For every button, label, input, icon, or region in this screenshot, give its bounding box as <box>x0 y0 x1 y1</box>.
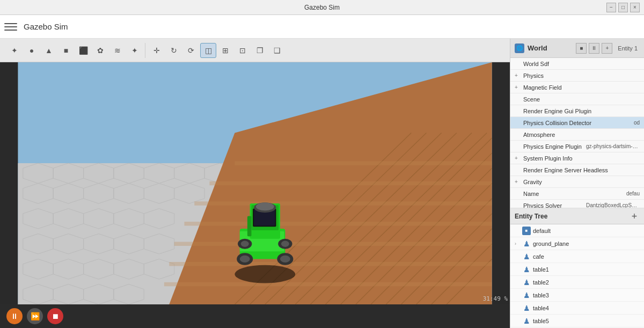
prop-system-plugin-info[interactable]: + System Plugin Info <box>510 152 644 164</box>
toolbar: ✦ ● ▲ ■ ⬛ ✿ ≋ ✦ ✛ ↻ ⟳ ◫ ⊞ ⊡ ❐ ❑ <box>0 39 510 62</box>
tool-lines[interactable]: ≋ <box>109 43 126 58</box>
prop-atmosphere[interactable]: Atmosphere <box>510 129 644 141</box>
tool-camera[interactable]: ⊡ <box>235 43 251 58</box>
main-layout: ✦ ● ▲ ■ ⬛ ✿ ≋ ✦ ✛ ↻ ⟳ ◫ ⊞ ⊡ ❐ ❑ <box>0 39 644 328</box>
entity-list: ■ default › ♟ ground_plane ♟ cafe ♟ tabl… <box>510 224 644 328</box>
minimize-button[interactable]: − <box>606 3 616 12</box>
tool-rotate[interactable]: ↻ <box>166 43 182 58</box>
svg-point-70 <box>280 256 290 263</box>
right-panel: 🌐 World ■ ⏸ + Entity 1 World Sdf + Physi… <box>510 39 644 328</box>
world-stop-button[interactable]: ■ <box>576 43 587 54</box>
play-pause-button[interactable]: ⏸ <box>6 308 23 324</box>
viewport-panel: ✦ ● ▲ ■ ⬛ ✿ ≋ ✦ ✛ ↻ ⟳ ◫ ⊞ ⊡ ❐ ❑ <box>0 39 510 328</box>
entity-table4[interactable]: ♟ table4 <box>510 302 644 315</box>
entity-icon-cafe: ♟ <box>522 252 531 261</box>
viewport-3d[interactable]: 31:49 % <box>0 62 510 304</box>
tool-paste[interactable]: ❑ <box>269 43 285 58</box>
close-button[interactable]: × <box>630 3 640 12</box>
world-icon: 🌐 <box>515 43 524 53</box>
tool-refresh[interactable]: ⟳ <box>183 43 199 58</box>
toolbar-group-transform: ✛ ↻ ⟳ ◫ ⊞ ⊡ ❐ ❑ <box>147 43 287 58</box>
entity-icon-table2: ♟ <box>522 278 531 287</box>
hamburger-menu[interactable] <box>4 20 17 33</box>
entity-table2[interactable]: ♟ table2 <box>510 276 644 289</box>
entity-name-table3: table3 <box>533 292 549 298</box>
entity-icon-table4: ♟ <box>522 304 531 312</box>
entity-name-ground-plane: ground_plane <box>533 240 569 247</box>
entity-default[interactable]: ■ default <box>510 224 644 237</box>
entity-cafe[interactable]: ♟ cafe <box>510 250 644 263</box>
prop-physics-collision[interactable]: Physics Collision Detector od <box>510 117 644 129</box>
entity-table3[interactable]: ♟ table3 <box>510 289 644 302</box>
prop-physics[interactable]: + Physics <box>510 70 644 82</box>
prop-physics-engine-plugin[interactable]: Physics Engine Plugin gz-physics-dartsim… <box>510 141 644 152</box>
svg-point-65 <box>256 202 274 210</box>
tool-triangle[interactable]: ▲ <box>41 43 57 58</box>
prop-scene[interactable]: Scene <box>510 93 644 105</box>
entity-icon-table1: ♟ <box>522 265 531 274</box>
entity-table1[interactable]: ♟ table1 <box>510 263 644 276</box>
tool-move[interactable]: ✛ <box>149 43 165 58</box>
entity-name-table1: table1 <box>533 266 549 273</box>
world-title: World <box>528 44 573 52</box>
tool-cylinder[interactable]: ⬛ <box>75 43 91 58</box>
tool-arrow[interactable]: ◫ <box>200 43 216 58</box>
entity-label: Entity 1 <box>616 45 640 52</box>
svg-point-57 <box>235 265 295 283</box>
prop-world-sdf[interactable]: World Sdf <box>510 58 644 70</box>
world-header: 🌐 World ■ ⏸ + Entity 1 <box>510 39 644 58</box>
entity-name-cafe: cafe <box>533 253 544 260</box>
entity-name-table5: table5 <box>533 318 549 324</box>
world-add-button[interactable]: + <box>602 43 612 54</box>
add-entity-button[interactable]: + <box>629 211 640 222</box>
entity-tree-header: Entity Tree + <box>510 208 644 224</box>
entity-tree-title: Entity Tree <box>515 213 629 220</box>
entity-icon-ground-plane: ♟ <box>522 239 531 248</box>
title-bar: Gazebo Sim − □ × <box>0 0 644 15</box>
entity-name-default: default <box>533 228 551 234</box>
world-controls: ■ ⏸ + <box>576 43 612 54</box>
scene-svg <box>0 62 510 304</box>
prop-render-engine-server[interactable]: Render Engine Server Headless <box>510 164 644 176</box>
tool-select[interactable]: ✦ <box>6 43 23 58</box>
stop-button[interactable]: ⏹ <box>47 308 63 324</box>
entity-ground-plane[interactable]: › ♟ ground_plane <box>510 237 644 250</box>
tool-grid[interactable]: ⊞ <box>217 43 233 58</box>
world-pause-button[interactable]: ⏸ <box>589 43 599 54</box>
tool-sphere[interactable]: ● <box>24 43 40 58</box>
tool-copy[interactable]: ❐ <box>252 43 268 58</box>
menu-bar: Gazebo Sim <box>0 15 644 39</box>
prop-name[interactable]: Name defau <box>510 188 644 200</box>
entity-icon-table3: ♟ <box>522 291 531 300</box>
entity-table5[interactable]: ♟ table5 <box>510 315 644 327</box>
window-title: Gazebo Sim <box>304 4 340 11</box>
maximize-button[interactable]: □ <box>618 3 628 12</box>
app-title: Gazebo Sim <box>24 22 68 31</box>
prop-gravity[interactable]: + Gravity <box>510 176 644 188</box>
svg-point-74 <box>281 241 289 247</box>
window-controls: − □ × <box>606 3 640 12</box>
entity-icon-default: ■ <box>522 227 531 235</box>
svg-rect-66 <box>247 216 252 237</box>
entity-name-table2: table2 <box>533 279 549 286</box>
svg-point-72 <box>241 241 249 247</box>
step-forward-button[interactable]: ⏩ <box>27 308 43 324</box>
prop-magnetic-field[interactable]: + Magnetic Field <box>510 82 644 93</box>
viewport-stats: 31:49 % <box>483 295 508 302</box>
tool-light[interactable]: ✿ <box>92 43 108 58</box>
prop-physics-solver[interactable]: Physics Solver DantzigBoxedLcpSolve <box>510 200 644 208</box>
entity-name-table4: table4 <box>533 305 549 311</box>
app-container: Gazebo Sim ✦ ● ▲ ■ ⬛ ✿ ≋ ✦ ✛ ↻ <box>0 15 644 328</box>
svg-point-68 <box>240 256 250 263</box>
entity-icon-table5: ♟ <box>522 317 531 325</box>
world-properties: World Sdf + Physics + Magnetic Field Sce… <box>510 58 644 208</box>
tool-box[interactable]: ■ <box>58 43 74 58</box>
prop-render-engine-gui[interactable]: Render Engine Gui Plugin <box>510 105 644 117</box>
toolbar-group-shapes: ✦ ● ▲ ■ ⬛ ✿ ≋ ✦ <box>4 43 145 58</box>
tool-sparkle[interactable]: ✦ <box>127 43 143 58</box>
bottom-controls: ⏸ ⏩ ⏹ <box>0 304 510 328</box>
